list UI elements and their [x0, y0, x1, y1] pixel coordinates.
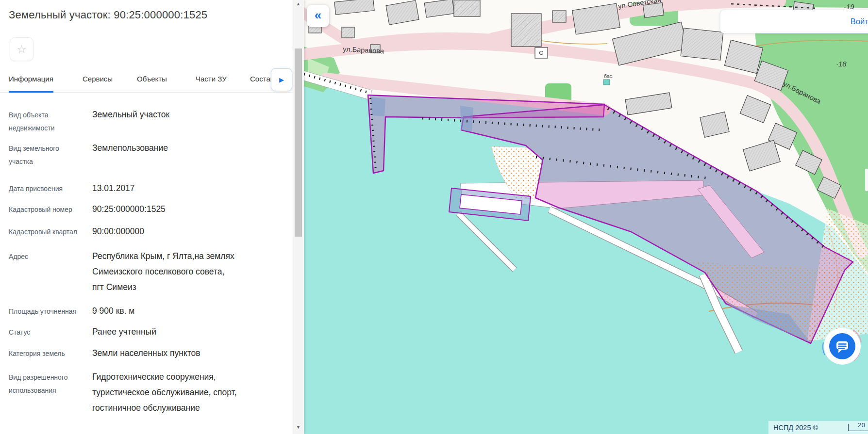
chevron-right-icon: ▶ — [279, 76, 284, 83]
attribution-bar: НСПД 2025 © 20 — [768, 421, 868, 434]
attribute-row: Кадастровый номер90:25:000000:1525 — [9, 203, 281, 217]
tab-4[interactable]: Части ЗУ — [196, 75, 227, 92]
app-root: Земельный участок: 90:25:000000:1525 ☆ И… — [0, 0, 868, 434]
favorite-button[interactable]: ☆ — [10, 37, 33, 61]
attribute-label: Адрес — [9, 250, 92, 295]
attribute-value: Гидротехнические сооружения,туристическо… — [92, 369, 243, 416]
attribute-label: Кадастровый квартал — [9, 225, 92, 239]
attribute-row: Дата присвоения13.01.2017 — [9, 182, 281, 196]
attribute-row: Площадь уточненная9 900 кв. м — [9, 305, 281, 319]
attribute-value: 13.01.2017 — [92, 180, 243, 196]
tab-1[interactable]: Информация — [9, 75, 53, 92]
attribute-value: 90:25:000000:1525 — [92, 201, 243, 217]
basin-label: бас. — [604, 73, 614, 79]
attribute-value: Земельный участок — [92, 107, 243, 135]
attribute-value: 90:00:000000 — [92, 224, 243, 239]
collapse-panel-button[interactable]: « — [307, 5, 329, 27]
chat-icon — [822, 326, 863, 367]
attribute-label: Вид земельногоучастка — [9, 142, 92, 168]
attribute-label: Вид объектанедвижимости — [9, 109, 92, 135]
attribute-value: Ранее учтенный — [92, 324, 243, 339]
scroll-up-icon[interactable]: ▲ — [293, 1, 304, 6]
star-icon: ☆ — [17, 43, 27, 56]
chat-widget-button[interactable] — [822, 326, 863, 367]
basin-square — [603, 80, 610, 85]
login-button[interactable]: Войти — [851, 17, 868, 26]
house-number-18: ·18 — [836, 60, 847, 68]
tabs-bar: ИнформацияСервисыОбъектыЧасти ЗУСостав Е… — [0, 68, 293, 93]
scale-value: 20 — [858, 421, 865, 429]
map-svg: ул.Советская ·19 ул.Баранова ул.Баранова… — [304, 0, 868, 434]
double-chevron-left-icon: « — [315, 8, 321, 23]
map-canvas[interactable]: ул.Советская ·19 ул.Баранова ул.Баранова… — [304, 0, 868, 434]
attributes-list: Вид объектанедвижимостиЗемельный участок… — [9, 109, 281, 416]
attribute-value: Землепользование — [92, 140, 243, 168]
attribute-label: Статус — [9, 326, 92, 339]
attribute-value: Земли населенных пунктов — [92, 345, 243, 361]
attribute-row: СтатусРанее учтенный — [9, 326, 281, 339]
attribution-text: НСПД 2025 © — [768, 424, 818, 432]
scroll-down-icon[interactable]: ▼ — [293, 425, 304, 430]
attribute-row: Вид разрешенногоиспользованияГидротехнич… — [9, 371, 281, 416]
scale-bar: 20 — [848, 424, 868, 431]
attribute-label: Площадь уточненная — [9, 305, 92, 319]
attribute-label: Категория земель — [9, 347, 92, 361]
scrollbar-thumb[interactable] — [295, 48, 302, 237]
attribute-value: 9 900 кв. м — [92, 303, 243, 319]
attribute-value: Республика Крым, г Ялта,на земляхСимеизс… — [92, 248, 243, 295]
panel-scrollbar[interactable]: ▲ ▼ — [293, 0, 304, 434]
tabs-scroll-right-button[interactable]: ▶ — [271, 68, 292, 91]
login-bar[interactable]: Войти — [720, 10, 868, 33]
parcel-info-panel: Земельный участок: 90:25:000000:1525 ☆ И… — [0, 0, 293, 434]
attribute-label: Дата присвоения — [9, 182, 92, 196]
attribute-row: Кадастровый квартал90:00:000000 — [9, 225, 281, 239]
attribute-row: Категория земельЗемли населенных пунктов — [9, 347, 281, 361]
attribute-label: Кадастровый номер — [9, 203, 92, 217]
attribute-row: Вид земельногоучасткаЗемлепользование — [9, 142, 281, 168]
attribute-label: Вид разрешенногоиспользования — [9, 371, 92, 416]
tab-2[interactable]: Сервисы — [83, 75, 113, 92]
attribute-row: АдресРеспублика Крым, г Ялта,на земляхСи… — [9, 250, 281, 295]
tab-3[interactable]: Объекты — [137, 75, 167, 92]
zoom-control-sliver[interactable] — [865, 169, 868, 191]
page-title: Земельный участок: 90:25:000000:1525 — [9, 9, 207, 21]
attribute-row: Вид объектанедвижимостиЗемельный участок — [9, 109, 281, 135]
